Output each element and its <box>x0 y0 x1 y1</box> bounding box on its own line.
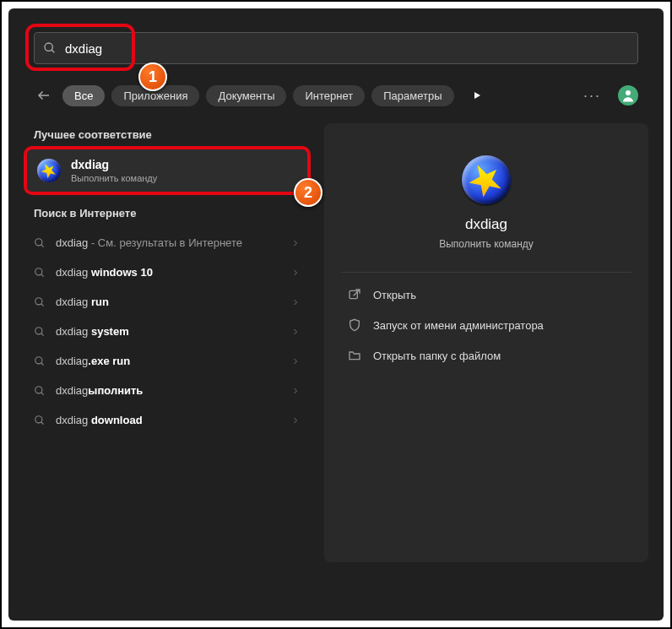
detail-panel: dxdiag Выполнить команду ОткрытьЗапуск о… <box>324 123 648 562</box>
detail-title: dxdiag <box>344 216 628 233</box>
filter-tab-интернет[interactable]: Интернет <box>293 85 365 106</box>
shield-icon <box>348 318 361 332</box>
web-search-item[interactable]: dxdiagыполнить <box>24 376 311 405</box>
annotation-highlight-2 <box>24 146 311 195</box>
detail-subtitle: Выполнить команду <box>344 238 628 250</box>
avatar-icon <box>621 88 636 103</box>
action-open[interactable]: Открыть <box>344 279 628 310</box>
web-search-item[interactable]: dxdiag system <box>24 317 311 346</box>
svg-line-14 <box>41 362 44 365</box>
play-icon <box>472 90 482 100</box>
more-button[interactable]: ··· <box>583 87 601 105</box>
chevron-right-icon <box>290 356 301 366</box>
web-search-label: Поиск в Интернете <box>34 207 301 220</box>
svg-point-5 <box>35 238 42 245</box>
search-icon <box>43 41 57 55</box>
svg-line-1 <box>51 50 54 52</box>
play-button[interactable] <box>466 84 488 106</box>
search-icon <box>34 355 46 367</box>
search-icon <box>34 267 46 279</box>
web-search-item[interactable]: dxdiag download <box>24 405 311 435</box>
svg-point-15 <box>35 386 42 393</box>
search-icon <box>34 415 46 426</box>
filter-tab-все[interactable]: Все <box>62 85 105 106</box>
svg-line-6 <box>41 244 44 247</box>
filter-row: ВсеПриложенияДокументыИнтернетПараметры … <box>34 84 638 106</box>
best-match-title: dxdiag <box>71 158 157 171</box>
best-match-subtitle: Выполнить команду <box>71 173 157 183</box>
action-folder[interactable]: Открыть папку с файлом <box>344 340 628 371</box>
web-search-item[interactable]: dxdiag - См. результаты в Интернете <box>24 228 311 258</box>
best-match-result[interactable]: dxdiag Выполнить команду 2 <box>27 149 307 192</box>
best-match-label: Лучшее соответствие <box>34 128 301 141</box>
svg-line-16 <box>41 392 44 394</box>
web-search-item[interactable]: dxdiag run <box>24 287 311 317</box>
svg-marker-3 <box>474 92 480 99</box>
back-button[interactable] <box>34 85 54 106</box>
svg-rect-19 <box>350 290 357 298</box>
user-avatar[interactable] <box>618 85 638 106</box>
dxdiag-icon <box>37 159 61 182</box>
svg-point-9 <box>35 297 42 304</box>
svg-point-17 <box>35 415 42 422</box>
open-icon <box>348 288 361 301</box>
svg-point-7 <box>35 268 42 274</box>
svg-line-12 <box>41 333 44 335</box>
search-box[interactable] <box>34 32 638 64</box>
chevron-right-icon <box>290 327 301 337</box>
search-icon <box>34 385 46 397</box>
web-search-item[interactable]: dxdiag.exe run <box>24 346 311 376</box>
annotation-badge-2: 2 <box>294 178 322 207</box>
action-label: Открыть папку с файлом <box>373 350 501 362</box>
svg-line-10 <box>41 303 44 306</box>
chevron-right-icon <box>290 268 301 278</box>
chevron-right-icon <box>290 386 301 396</box>
chevron-right-icon <box>290 297 301 307</box>
filter-tab-параметры[interactable]: Параметры <box>371 85 453 106</box>
annotation-badge-1: 1 <box>138 62 167 91</box>
search-icon <box>34 237 46 249</box>
chevron-right-icon <box>290 415 301 426</box>
svg-line-18 <box>41 421 44 424</box>
dxdiag-icon-large <box>462 155 511 204</box>
action-label: Запуск от имени администратора <box>373 319 544 332</box>
filter-tab-документы[interactable]: Документы <box>206 85 286 106</box>
folder-icon <box>348 349 361 362</box>
action-label: Открыть <box>373 289 416 301</box>
web-search-item[interactable]: dxdiag windows 10 <box>24 258 311 287</box>
search-input[interactable] <box>65 41 629 56</box>
svg-point-4 <box>626 90 631 95</box>
svg-point-13 <box>35 356 42 363</box>
action-admin[interactable]: Запуск от имени администратора <box>344 310 628 340</box>
search-icon <box>34 326 46 338</box>
arrow-left-icon <box>36 88 51 103</box>
divider <box>341 272 631 273</box>
search-icon <box>34 296 46 308</box>
svg-point-11 <box>35 327 42 333</box>
svg-point-0 <box>45 43 52 51</box>
svg-line-8 <box>41 274 44 276</box>
chevron-right-icon <box>290 238 301 248</box>
